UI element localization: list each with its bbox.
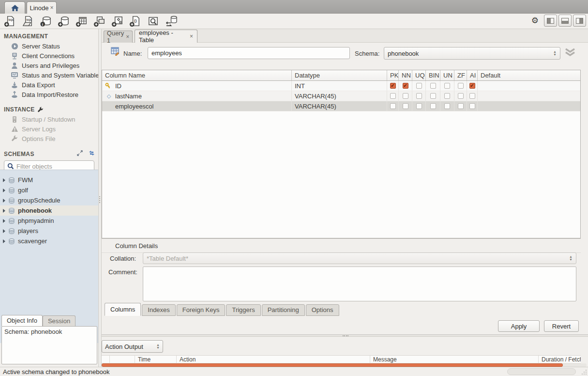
bin-checkbox[interactable] (430, 93, 436, 99)
pk-checkbox[interactable] (390, 83, 396, 89)
schema-row-golf[interactable]: golf (0, 185, 98, 195)
sidebar-item-client-connections[interactable]: Client Connections (0, 51, 98, 61)
expand-schemas-icon[interactable] (77, 150, 83, 157)
comment-label: Comment: (108, 268, 137, 276)
un-checkbox[interactable] (444, 93, 450, 99)
bin-checkbox[interactable] (430, 103, 436, 109)
horizontal-scrollbar[interactable] (102, 363, 587, 367)
svg-text:{): {) (134, 18, 137, 23)
column-row-id[interactable]: ID INT (102, 81, 580, 91)
resize-grip-icon[interactable] (581, 369, 587, 375)
create-view-icon[interactable] (93, 15, 106, 28)
zf-checkbox[interactable] (458, 93, 464, 99)
close-icon[interactable]: × (190, 33, 193, 40)
home-tab[interactable] (4, 1, 25, 14)
output-splitter[interactable] (102, 334, 588, 337)
schema-row-groupschedule[interactable]: groupSchedule (0, 195, 98, 205)
sidebar-item-options-file[interactable]: Options File (0, 134, 98, 143)
tab-object-info[interactable]: Object Info (1, 315, 43, 326)
refresh-schemas-icon[interactable] (89, 150, 95, 157)
create-table-icon[interactable] (75, 15, 88, 28)
column-row-lastname[interactable]: ◇ lastName VARCHAR(45) (102, 91, 580, 101)
nn-checkbox[interactable] (403, 93, 408, 99)
zf-checkbox[interactable] (458, 83, 464, 89)
sidebar-item-data-import[interactable]: Data Import/Restore (0, 90, 98, 99)
expander-icon[interactable] (3, 219, 5, 223)
schema-row-phonebook[interactable]: phonebook (0, 205, 98, 216)
connection-tab[interactable]: Linode × (27, 1, 57, 14)
nn-checkbox[interactable] (403, 83, 408, 89)
toggle-secondary-sidebar-button[interactable] (573, 15, 586, 27)
tab-session[interactable]: Session (43, 315, 75, 326)
expander-icon[interactable] (3, 178, 5, 182)
splitter-grip (99, 196, 101, 203)
bin-checkbox[interactable] (430, 83, 436, 89)
sidebar-item-server-status[interactable]: Server Status (0, 41, 98, 51)
toggle-sidebar-button[interactable] (544, 15, 557, 27)
sidebar-item-users-privileges[interactable]: Users and Privileges (0, 61, 98, 70)
uq-checkbox[interactable] (416, 103, 422, 109)
scrollbar-thumb[interactable] (102, 363, 563, 367)
pk-checkbox[interactable] (390, 103, 396, 109)
create-schema-icon[interactable] (57, 15, 70, 28)
sidebar-item-data-export[interactable]: Data Export (0, 80, 98, 90)
expand-form-chevron-icon[interactable] (564, 47, 576, 57)
toggle-output-button[interactable] (558, 15, 572, 27)
ai-checkbox[interactable] (469, 83, 475, 89)
subtab-partitioning[interactable]: Partitioning (262, 304, 305, 316)
subtab-indexes[interactable]: Indexes (142, 304, 176, 316)
schema-row-players[interactable]: players (0, 226, 98, 236)
pk-checkbox[interactable] (390, 93, 396, 99)
subtab-options[interactable]: Options (306, 304, 339, 316)
schema-inspector-icon[interactable]: i (39, 15, 52, 28)
close-icon[interactable]: × (126, 33, 129, 40)
uq-checkbox[interactable] (416, 93, 422, 99)
subtab-columns[interactable]: Columns (105, 303, 141, 316)
ai-checkbox[interactable] (469, 93, 475, 99)
sidebar-item-server-logs[interactable]: Server Logs (0, 124, 98, 134)
new-sql-tab-icon[interactable]: SQL (3, 15, 16, 28)
un-checkbox[interactable] (444, 103, 450, 109)
expander-icon[interactable] (3, 209, 5, 213)
nn-checkbox[interactable] (403, 103, 408, 109)
expander-icon[interactable] (3, 188, 5, 192)
gear-icon[interactable]: ⚙ (531, 16, 539, 26)
database-icon (8, 177, 15, 184)
create-function-icon[interactable]: {) (129, 15, 142, 28)
revert-button[interactable]: Revert (544, 320, 579, 332)
collation-select[interactable]: *Table Default* ▲▼ (143, 252, 576, 264)
sidebar-item-startup-shutdown[interactable]: Startup / Shutdown (0, 114, 98, 124)
open-sql-script-icon[interactable]: SQL (21, 15, 34, 28)
sidebar-item-status-system-variables[interactable]: Status and System Variables (0, 70, 98, 80)
table-name-input[interactable] (148, 47, 350, 59)
schema-row-fwm[interactable]: FWM (0, 175, 98, 185)
expander-icon[interactable] (3, 239, 5, 243)
schema-select[interactable]: phonebook ▲▼ (384, 47, 560, 60)
tab-query-1[interactable]: Query 1 × (104, 31, 133, 43)
ai-checkbox[interactable] (469, 103, 475, 109)
create-routine-icon[interactable] (111, 15, 124, 28)
schema-row-phpmyadmin[interactable]: phpmyadmin (0, 216, 98, 226)
zf-checkbox[interactable] (458, 103, 464, 109)
search-table-data-icon[interactable] (147, 15, 160, 28)
columns-grid-header: Column Name Datatype PK NN UQ BIN UN ZF … (102, 70, 580, 81)
tab-employees-table[interactable]: employees - Table × (135, 30, 197, 43)
right-panel-icon (576, 18, 583, 24)
expander-icon[interactable] (3, 199, 5, 203)
comment-textarea[interactable] (143, 266, 576, 301)
schema-row-scavenger[interactable]: scavenger (0, 236, 98, 246)
monitor-icon (11, 71, 18, 79)
subtab-triggers[interactable]: Triggers (226, 304, 260, 316)
output-selector[interactable]: Action Output ▲▼ (102, 340, 163, 353)
schema-filter-input[interactable] (16, 163, 89, 170)
subtab-foreign-keys[interactable]: Foreign Keys (177, 304, 226, 316)
expander-icon[interactable] (3, 229, 5, 233)
reconnect-dbms-icon[interactable] (165, 15, 178, 28)
uq-checkbox[interactable] (416, 83, 422, 89)
sidebar-splitter[interactable] (98, 29, 102, 367)
un-checkbox[interactable] (444, 83, 450, 89)
table-editor-subtabs: Columns Indexes Foreign Keys Triggers Pa… (102, 304, 339, 316)
apply-button[interactable]: Apply (498, 320, 540, 332)
column-row-employeescol[interactable]: employeescol VARCHAR(45) (102, 101, 580, 111)
close-icon[interactable]: × (50, 4, 54, 11)
